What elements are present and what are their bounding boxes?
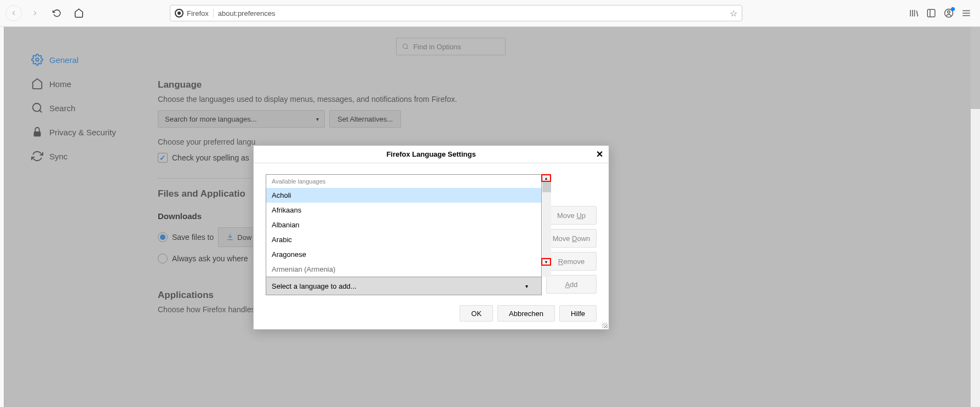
toolbar-right [909, 8, 975, 18]
reload-button[interactable] [48, 4, 66, 22]
identity-label: Firefox [187, 9, 209, 18]
dialog-title: Firefox Language Settings ✕ [254, 146, 609, 163]
add-button[interactable]: Add [546, 275, 597, 294]
account-icon[interactable] [944, 8, 954, 18]
lang-option[interactable]: Arabic [266, 232, 541, 247]
help-button[interactable]: Hilfe [559, 305, 597, 322]
svg-rect-4 [927, 9, 935, 17]
lang-option[interactable]: Afrikaans [266, 203, 541, 217]
identity-box[interactable]: Firefox [175, 9, 214, 18]
page-scrollbar[interactable] [971, 27, 980, 407]
ok-button[interactable]: OK [460, 305, 493, 322]
firefox-icon [175, 9, 184, 18]
scroll-up-button[interactable]: ▴ [541, 174, 551, 182]
resize-grip[interactable] [602, 323, 608, 328]
forward-button [26, 4, 44, 22]
url-bar[interactable]: Firefox about:preferences ☆ [170, 5, 742, 21]
language-dropdown: Available languages Acholi Afrikaans Alb… [266, 174, 542, 277]
browser-toolbar: Firefox about:preferences ☆ [0, 0, 980, 27]
lang-option[interactable]: Aragonese [266, 247, 541, 262]
move-up-button[interactable]: Move Up [546, 206, 597, 225]
lang-option[interactable]: Acholi [266, 188, 541, 203]
lang-option[interactable]: Albanian [266, 217, 541, 232]
svg-point-7 [948, 11, 950, 14]
bookmark-star-icon[interactable]: ☆ [730, 8, 737, 19]
scroll-down-button[interactable]: ▾ [541, 258, 551, 266]
select-language-to-add[interactable]: Select a language to add... ▾ [266, 277, 542, 295]
dropdown-scroll-thumb[interactable] [542, 181, 551, 192]
available-languages-header: Available languages [266, 175, 541, 188]
nav-buttons [5, 4, 88, 22]
sidebar-toggle-icon[interactable] [926, 8, 936, 18]
lang-option[interactable]: Armenian (Armenia) [266, 262, 541, 277]
menu-icon[interactable] [961, 8, 971, 18]
chevron-down-icon: ▾ [525, 283, 528, 289]
url-text: about:preferences [218, 9, 276, 18]
svg-line-3 [916, 11, 918, 17]
page-scroll-thumb[interactable] [971, 27, 980, 109]
dialog-close-button[interactable]: ✕ [596, 149, 603, 159]
move-down-button[interactable]: Move Down [546, 229, 597, 248]
library-icon[interactable] [909, 8, 919, 18]
cancel-button[interactable]: Abbrechen [497, 305, 555, 322]
home-button[interactable] [70, 4, 88, 22]
language-settings-dialog: Firefox Language Settings ✕ Available la… [253, 145, 609, 330]
back-button [5, 5, 22, 21]
remove-button[interactable]: Remove [546, 252, 597, 271]
